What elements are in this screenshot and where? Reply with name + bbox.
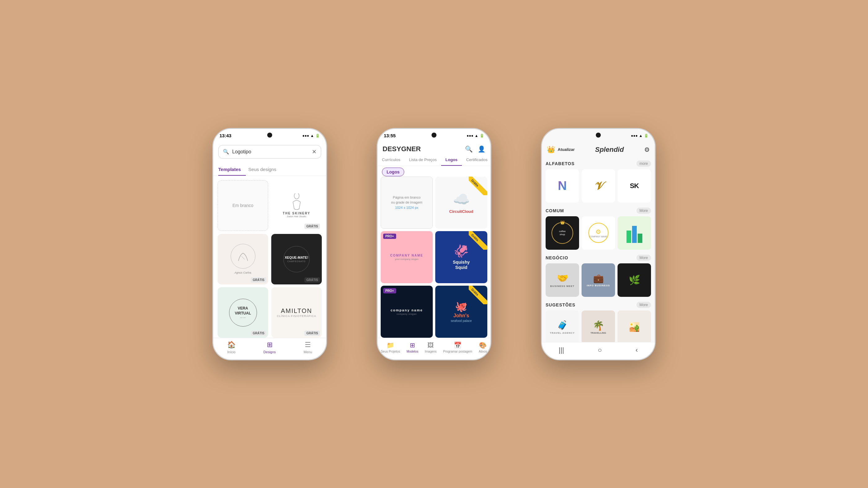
template-agnus[interactable]: Agnus Carlos GRÁTIS <box>218 234 268 285</box>
agnus-figure-icon <box>235 249 251 264</box>
logo-travelling[interactable]: 🌴 TRAVELLING <box>582 311 615 342</box>
logo-sk[interactable]: SK <box>618 169 651 203</box>
template-xequemate[interactable]: XEQUE-MATE! CAMPEONATO GRÁTIS <box>271 234 322 285</box>
nav2-postagem[interactable]: 📅 Programar postagem <box>443 341 472 353</box>
nav2-modelos[interactable]: ⊞ Modelos <box>407 341 418 353</box>
phone-2: 13:55 ●●● ▲ 🔋 DESYGNER 🔍 👤 Currículos <box>377 128 491 360</box>
logo-company-dark[interactable]: PRO+ company name company slogan <box>381 286 433 338</box>
image-icon: 🖼 <box>428 342 434 349</box>
amilton-name: AMILTON <box>277 307 316 315</box>
travel-inner: 🧳 TRAVEL AGENCY <box>546 311 579 342</box>
nav-inicio[interactable]: 🏠 Início <box>227 341 236 354</box>
xequemate-sub: CAMPEONATO <box>287 260 306 262</box>
search-input[interactable] <box>232 149 309 155</box>
nav3-home[interactable]: ○ <box>598 346 602 354</box>
logo-blank-page[interactable]: Página em brancoou grade de imagem 1024 … <box>381 176 433 229</box>
nav2-imagens[interactable]: 🖼 Imagens <box>425 342 436 353</box>
template-vera[interactable]: VERAVIRTUAL — — GRÁTIS <box>218 287 268 338</box>
logo-info-biz[interactable]: 💼 INFO BUSINESS <box>582 263 615 297</box>
blank-page-text: Página em brancoou grade de imagem 1024 … <box>391 195 423 210</box>
badge-gratis-vera: GRÁTIS <box>251 331 266 336</box>
gratis-ribbon-johns <box>469 286 487 304</box>
logo-n-purple[interactable]: N <box>546 169 579 203</box>
signal-icon-3: ●●● <box>631 134 638 138</box>
logo-company-pink[interactable]: PRO+ COMPANY NAME your company slogan <box>381 231 433 283</box>
nav2-projetos[interactable]: 📁 Seus Projetos <box>381 341 400 353</box>
nav3-back[interactable]: ‹ <box>636 346 638 354</box>
app-title: DESYGNER <box>382 145 421 153</box>
more-btn-negocio[interactable]: More <box>637 255 651 261</box>
leaf-icon: 🌿 <box>629 274 640 285</box>
phone-1: 13:43 ●●● ▲ 🔋 🔍 ✕ Templates Seus designs <box>212 128 327 360</box>
logo-ideal[interactable]: 🌿 <box>618 263 651 297</box>
grid-icon: ⊞ <box>267 341 273 349</box>
search-icon-2[interactable]: 🔍 <box>465 145 473 153</box>
palm-icon: 🌴 <box>593 320 604 331</box>
nav-menu[interactable]: ☰ Menu <box>304 341 312 354</box>
calendar-icon: 📅 <box>454 341 462 349</box>
company-tagline-pink: your company slogan <box>390 258 423 261</box>
section-negocio-header: NEGÓCIO More <box>546 251 651 263</box>
nav2-ativos[interactable]: 🎨 Ativos <box>478 341 487 353</box>
logo-gold-gear[interactable]: ⚙ COMPANY NAME <box>582 216 615 250</box>
tab-certificados[interactable]: Certificados <box>462 154 490 166</box>
bar-3 <box>638 234 642 243</box>
user-icon[interactable]: 👤 <box>478 145 486 153</box>
tab-curriculos[interactable]: Currículos <box>378 154 405 166</box>
template-amilton[interactable]: AMILTON CLÍNICA FISIOTERÁPICA GRÁTIS <box>271 287 322 338</box>
section-scroll: ALFABETOS more N 𝒱 SK <box>542 157 655 342</box>
logo-row-negocio: 🤝 BUSINESS MEET 💼 INFO BUSINESS 🌿 <box>546 263 651 297</box>
nav3-bars[interactable]: ||| <box>559 346 564 354</box>
fish-icon: 🐙 <box>455 300 467 312</box>
wifi-icon-2: ▲ <box>475 134 478 138</box>
logo-v-gold[interactable]: 𝒱 <box>582 169 615 203</box>
logo-biz-meet[interactable]: 🤝 BUSINESS MEET <box>546 263 579 297</box>
grid-icon-2: ⊞ <box>410 341 415 349</box>
vera-sub: — — <box>240 316 246 319</box>
bottom-nav-2: 📁 Seus Projetos ⊞ Modelos 🖼 Imagens 📅 Pr… <box>378 338 490 359</box>
section-negocio-title: NEGÓCIO <box>546 255 568 260</box>
nav-inicio-label: Início <box>227 350 235 354</box>
logo-squishy[interactable]: 🦑 SquishySquid <box>435 231 487 283</box>
settings-icon[interactable]: ⚙ <box>644 146 650 153</box>
close-icon[interactable]: ✕ <box>312 149 316 155</box>
logo-circuit[interactable]: ☁️ CircuitCloud <box>435 176 487 229</box>
camera-notch <box>267 133 272 137</box>
template-blank[interactable]: Em branco <box>218 180 268 231</box>
info-biz-inner: 💼 INFO BUSINESS <box>582 263 615 297</box>
palm-inner: 🌴 TRAVELLING <box>582 311 615 342</box>
info-biz-label: INFO BUSINESS <box>587 284 610 287</box>
logo-johns[interactable]: 🐙 John's seafood palace <box>435 286 487 338</box>
bottom-nav-3: ||| ○ ‹ <box>542 342 655 359</box>
gratis-ribbon-squishy <box>469 231 487 250</box>
tab-seus-designs[interactable]: Seus designs <box>248 164 281 176</box>
tab-logos[interactable]: Logos <box>441 154 462 166</box>
signal-icon: ●●● <box>302 134 309 138</box>
v-letter: 𝒱 <box>595 180 602 192</box>
more-btn-comum[interactable]: More <box>637 207 651 214</box>
tab-lista-precos[interactable]: Lista de Preços <box>405 154 441 166</box>
more-btn-sugestoes[interactable]: More <box>637 302 651 308</box>
phone-1-content: 🔍 ✕ Templates Seus designs Em branco <box>213 142 326 359</box>
more-btn-alfabetos[interactable]: more <box>637 161 651 167</box>
tab-templates[interactable]: Templates <box>218 164 246 176</box>
update-button[interactable]: Atualizar <box>558 147 575 152</box>
battery-icon: 🔋 <box>315 134 320 138</box>
svg-point-0 <box>294 193 299 199</box>
logo-desert[interactable]: 🏜️ <box>618 311 651 342</box>
logos-grid: Página em brancoou grade de imagem 1024 … <box>378 176 490 338</box>
logos-tag[interactable]: Logos <box>382 169 486 175</box>
template-skinery[interactable]: THE SKINERY Salon Hair Studio GRÁTIS <box>271 180 322 231</box>
bottom-nav-1: 🏠 Início ⊞ Designs ☰ Menu <box>213 338 326 359</box>
comum-circle-inner: 👑 coffeeshop <box>552 222 573 244</box>
wifi-icon-3: ▲ <box>639 134 643 138</box>
nav-designs[interactable]: ⊞ Designs <box>264 341 276 354</box>
camera-notch-3 <box>596 133 601 137</box>
logo-travel-agency[interactable]: 🧳 TRAVEL AGENCY <box>546 311 579 342</box>
logo-comum-circle[interactable]: 👑 coffeeshop <box>546 216 579 250</box>
amilton-sub: CLÍNICA FISIOTERÁPICA <box>277 315 316 318</box>
search-bar[interactable]: 🔍 ✕ <box>218 145 321 159</box>
status-time-1: 13:43 <box>219 133 231 138</box>
cloud-icon: ☁️ <box>453 191 470 207</box>
logo-company-green[interactable] <box>618 216 651 250</box>
